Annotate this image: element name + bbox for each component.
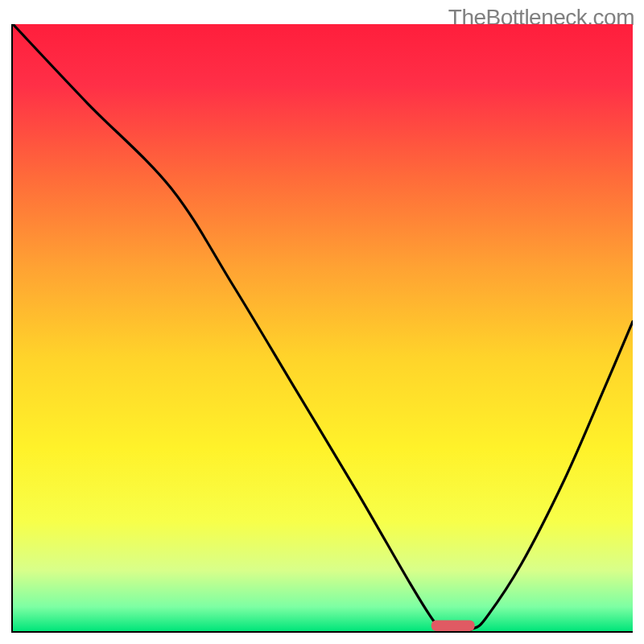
chart-canvas: TheBottleneck.com bbox=[0, 0, 644, 644]
plot-svg bbox=[13, 24, 633, 631]
optimal-marker bbox=[431, 620, 475, 631]
gradient-rect bbox=[13, 24, 633, 631]
plot-frame bbox=[11, 24, 633, 633]
